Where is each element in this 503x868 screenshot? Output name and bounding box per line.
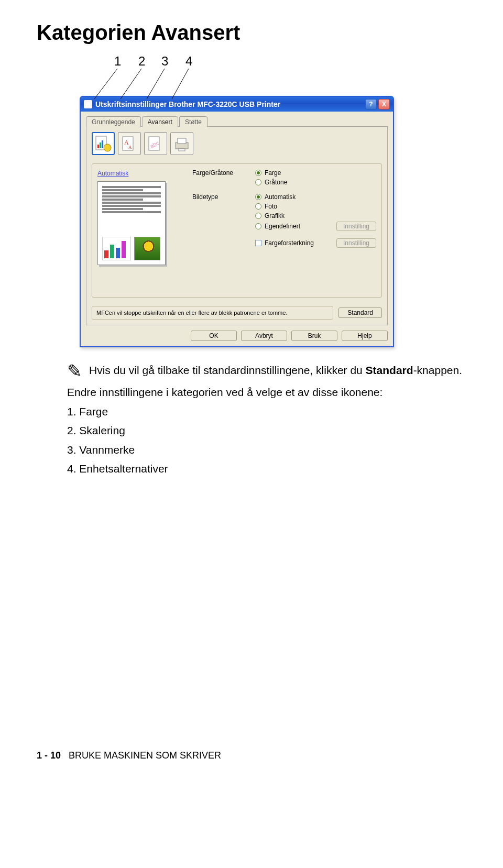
radio-egendefinert[interactable]: Egendefinert Innstilling: [255, 222, 376, 231]
info-message: MFCen vil stoppe utskriften når en eller…: [92, 306, 333, 320]
innstilling-button-1[interactable]: Innstilling: [336, 222, 376, 231]
list-item-2: 2. Skalering: [67, 422, 466, 440]
radio-foto[interactable]: Foto: [255, 203, 376, 210]
footer-section: BRUKE MASKINEN SOM SKRIVER: [69, 750, 221, 761]
close-button[interactable]: X: [378, 99, 390, 109]
scaling-icon[interactable]: AA: [118, 132, 141, 155]
tab-grunnleggende[interactable]: Grunnleggende: [86, 116, 141, 127]
ok-button[interactable]: OK: [191, 331, 237, 341]
hjelp-button[interactable]: Hjelp: [342, 331, 388, 341]
radio-automatisk-label: Automatisk: [265, 193, 296, 201]
svg-rect-16: [179, 149, 185, 151]
bruk-button[interactable]: Bruk: [291, 331, 337, 341]
svg-point-8: [104, 144, 111, 151]
list-item-1: 1. Farge: [67, 403, 466, 421]
standard-button[interactable]: Standard: [338, 307, 382, 318]
svg-line-1: [121, 69, 141, 99]
preview-thumbnail: [97, 181, 166, 265]
radio-gratone[interactable]: Gråtone: [255, 179, 287, 186]
info-note: ✎ Hvis du vil gå tilbake til standardinn…: [67, 362, 466, 380]
instruction-text: Endre innstillingene i kategorien ved å …: [67, 384, 466, 478]
radio-farge[interactable]: Farge: [255, 169, 287, 177]
radio-foto-label: Foto: [265, 203, 277, 210]
svg-line-0: [94, 69, 117, 99]
dialog-title: Utskriftsinnstillinger Brother MFC-3220C…: [95, 100, 364, 108]
list-item-4: 4. Enhetsalternativer: [67, 460, 466, 478]
radio-grafikk-label: Grafikk: [265, 212, 285, 219]
color-mode-icon[interactable]: [92, 132, 115, 155]
radio-automatisk[interactable]: Automatisk: [255, 193, 376, 201]
label-bildetype: Bildetype: [192, 193, 255, 201]
intro-line: Endre innstillingene i kategorien ved å …: [67, 384, 466, 401]
label-fargeforsterkning: Fargeforsterkning: [265, 239, 314, 247]
settings-group: Automatisk: [92, 163, 382, 298]
print-settings-dialog: 🖶 Utskriftsinnstillinger Brother MFC-322…: [80, 96, 394, 347]
callout-2: 2: [138, 54, 145, 69]
callout-1: 1: [114, 54, 121, 69]
footer-page-number: 1 - 10: [37, 750, 61, 761]
printer-icon: 🖶: [84, 100, 92, 108]
device-options-icon[interactable]: [170, 132, 193, 155]
chart-thumbnail-icon: [102, 237, 131, 260]
pencil-note-icon: ✎: [67, 362, 82, 380]
radio-grafikk[interactable]: Grafikk: [255, 212, 376, 219]
page-heading: Kategorien Avansert: [37, 21, 466, 45]
radio-farge-label: Farge: [265, 169, 281, 177]
checkbox-fargeforsterkning[interactable]: [255, 240, 261, 246]
tab-avansert[interactable]: Avansert: [142, 116, 178, 127]
radio-egendefinert-label: Egendefinert: [265, 223, 300, 230]
help-button[interactable]: ?: [365, 99, 377, 109]
preview-mode-label: Automatisk: [97, 170, 128, 177]
svg-rect-6: [100, 142, 101, 148]
svg-line-3: [172, 69, 189, 99]
svg-rect-5: [97, 145, 99, 148]
innstilling-button-2[interactable]: Innstilling: [336, 238, 376, 248]
note-text: Hvis du vil gå tilbake til standardinnst…: [89, 364, 366, 376]
tab-stotte[interactable]: Støtte: [179, 116, 207, 127]
tab-panel-avansert: AA abc Automatisk: [86, 126, 388, 325]
svg-rect-15: [178, 138, 186, 144]
note-tail: -knappen.: [413, 364, 462, 376]
svg-line-2: [147, 69, 165, 99]
svg-text:A: A: [128, 145, 132, 150]
callout-3: 3: [161, 54, 168, 69]
callout-numbers: 1 2 3 4: [59, 54, 466, 96]
page-footer: 1 - 10 BRUKE MASKINEN SOM SKRIVER: [37, 750, 466, 761]
tab-strip: Grunnleggende Avansert Støtte: [86, 116, 388, 126]
note-bold: Standard: [366, 364, 413, 376]
photo-thumbnail-icon: [134, 237, 160, 260]
list-item-3: 3. Vannmerke: [67, 442, 466, 459]
watermark-icon[interactable]: abc: [144, 132, 167, 155]
svg-rect-7: [102, 140, 103, 148]
avbryt-button[interactable]: Avbryt: [241, 331, 287, 341]
callout-4: 4: [185, 54, 192, 69]
label-farge-gratone: Farge/Gråtone: [192, 169, 255, 177]
radio-gratone-label: Gråtone: [265, 179, 287, 186]
